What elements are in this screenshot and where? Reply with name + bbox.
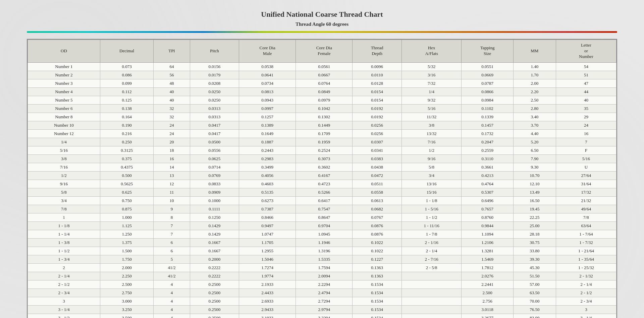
table-cell: 0.0551 [462,62,513,71]
table-cell: 0.7657 [462,205,513,213]
table-cell: 1.3196 [296,247,353,255]
table-cell: 1.7812 [462,263,513,272]
table-cell: 3/4 [28,196,100,205]
table-cell: Number 5 [28,96,100,104]
table-cell: Number 8 [28,113,100,121]
table-cell: 76.50 [513,305,556,314]
table-cell: 64 [154,62,190,71]
table-cell [401,272,462,280]
table-cell: 0.0734 [239,79,296,87]
table-cell: 3 [28,297,100,305]
table-cell: 0.3602 [296,163,353,171]
table-cell: 0.0682 [353,205,401,213]
table-cell: Number 12 [28,129,100,138]
table-cell: 0.1429 [190,221,239,230]
table-cell: 0.0500 [190,138,239,146]
table-cell: 1 - 1/8 [28,221,100,230]
table-header: ODDecimalTPIPitchCore DiaMaleCore DiaFem… [28,40,616,63]
table-cell: 1.375 [100,238,153,247]
table-cell: 0.0984 [462,96,513,104]
table-cell: 0.0876 [353,230,401,238]
table-cell: 1.2955 [239,247,296,255]
table-cell: 1/4 [401,87,462,96]
header-cell-pitch: Pitch [190,40,239,63]
table-cell: 1.7274 [239,263,296,272]
table-cell: 3/8 [28,154,100,163]
table-cell: 1 - 7/32 [556,238,616,247]
table-cell: 0.2222 [190,263,239,272]
table-cell: 3.40 [513,113,556,121]
table-cell: 17/32 [556,188,616,196]
table-cell: 1.3281 [462,247,513,255]
table-cell: 40 [154,96,190,104]
table-cell: 32 [154,113,190,121]
table-cell: 3.2677 [462,314,513,318]
table-row: Number 20.086560.01790.06410.06670.01103… [28,71,616,79]
header-cell-tapping_size: TappingSize [462,40,513,63]
table-cell: 0.0641 [239,71,296,79]
table-cell: 35 [556,104,616,113]
header-cell-hex_aflats: HexA/Flats [401,40,462,63]
table-cell: 0.0256 [353,121,401,129]
table-cell: 0.2983 [239,154,296,163]
table-cell: 0.0876 [353,221,401,230]
table-cell: 0.5135 [239,188,296,196]
table-cell: 1.750 [100,255,153,263]
table-cell: 29 [556,113,616,121]
table-cell: 41/2 [154,272,190,280]
table-row: 1 - 1/41.25070.14291.07471.09450.08761 -… [28,230,616,238]
table-cell: 0.0561 [296,62,353,71]
table-cell: 1 - 3/4 [28,255,100,263]
table-cell: 56 [154,71,190,79]
table-cell: 1 - 1/2 [28,247,100,255]
table-cell: 1 - 1/4 [28,230,100,238]
table-cell: 40 [556,96,616,104]
table-cell: 0.125 [100,96,153,104]
table-cell: 0.1667 [190,247,239,255]
table-cell: 5/8 [401,163,462,171]
table-cell: 15/16 [401,188,462,196]
table-cell: 2.0094 [296,272,353,280]
table-cell: 2 - 7/16 [401,255,462,263]
table-cell: 0.0341 [353,146,401,154]
table-cell: 0.0625 [190,154,239,163]
table-cell: 2.2294 [296,280,353,289]
header-row: ODDecimalTPIPitchCore DiaMaleCore DiaFem… [28,40,616,63]
table-row: 2 - 1/42.25041/20.22221.97742.00940.1363… [28,272,616,280]
table-row: 1 - 1/81.12570.14290.94970.97040.08761 -… [28,221,616,230]
table-cell: 0.6496 [462,196,513,205]
table-cell: 0.0096 [353,62,401,71]
table-cell: 0.0192 [353,113,401,121]
table-cell: 0.7387 [239,205,296,213]
table-cell: 1.1705 [239,238,296,247]
table-cell: 1.1094 [462,230,513,238]
table-cell: 0.1959 [296,138,353,146]
table-cell [401,297,462,305]
table-cell: 0.0767 [353,213,401,221]
table-cell: 0.1250 [190,213,239,221]
table-cell: 0.3125 [100,146,153,154]
table-cell: 0.0250 [190,96,239,104]
table-cell: 0.0764 [296,79,353,87]
table-cell: 0.1457 [462,121,513,129]
table-cell: 0.0383 [353,154,401,163]
table-cell: 6.50 [513,146,556,154]
table-cell: 7/16 [28,163,100,171]
table-cell: 0.0154 [353,87,401,96]
header-cell-core_dia_male: Core DiaMale [239,40,296,63]
table-row: 22.00041/20.22221.72741.75940.13632 - 5/… [28,263,616,272]
table-cell: 4 [154,305,190,314]
table-cell: 30.75 [513,238,556,247]
table-cell: 0.0208 [190,79,239,87]
table-cell: 0.0833 [190,180,239,188]
table-cell [401,314,462,318]
table-cell: 0.0250 [190,87,239,96]
table-cell: 0.0669 [462,71,513,79]
table-cell: 1.5335 [296,255,353,263]
table-cell: 12 [154,180,190,188]
table-cell: 0.0556 [190,146,239,154]
table-cell: 0.0313 [190,113,239,121]
header-cell-thread_depth: ThreadDepth [353,40,401,63]
header-cell-decimal: Decimal [100,40,153,63]
table-cell: 0.4213 [462,171,513,180]
